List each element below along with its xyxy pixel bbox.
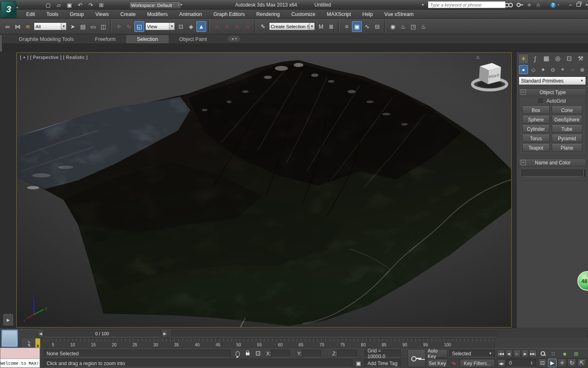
menu-item[interactable]: Modifiers <box>141 11 174 17</box>
select-object-icon[interactable]: ➤ <box>68 21 78 32</box>
zoom-icon[interactable] <box>539 350 547 358</box>
restore-button[interactable] <box>575 2 582 8</box>
category-geometry[interactable]: ● <box>519 65 528 74</box>
percent-snap-icon[interactable]: ∩ <box>232 21 242 32</box>
undo-icon[interactable]: ↶ <box>76 1 84 9</box>
align-icon[interactable]: ≣ <box>326 21 336 32</box>
category-lights[interactable]: ✦ <box>539 65 548 74</box>
category-cameras[interactable]: ⊙ <box>548 65 557 74</box>
category-helpers[interactable]: ⌖ <box>558 65 567 74</box>
graphite-ribbon-toggle-icon[interactable]: ▣ <box>352 21 362 32</box>
viewcube-home-icon[interactable]: ⌂ <box>476 54 479 60</box>
close-button[interactable]: × <box>583 2 588 8</box>
select-by-name-icon[interactable]: ▤ <box>78 21 88 32</box>
time-configuration-icon[interactable]: ⊡ <box>538 359 547 367</box>
key-mode-toggle[interactable]: ◀▶ <box>497 359 506 368</box>
select-and-link-icon[interactable]: ∞ <box>2 21 12 32</box>
play-stop-button[interactable]: ▷ <box>513 350 521 358</box>
render-setup-icon[interactable]: ♨ <box>398 21 408 32</box>
object-type-button[interactable]: Pyramid <box>552 135 582 142</box>
subcategory-dropdown[interactable]: Standard Primitives▼ <box>519 76 586 85</box>
mirror-icon[interactable]: M <box>316 21 326 32</box>
absolute-mode-transform-icon[interactable]: ⊡ <box>254 349 262 357</box>
track-bar-ruler[interactable]: 5101520253035404550556065707580859095100 <box>39 338 495 348</box>
ribbon-grip[interactable] <box>0 35 2 52</box>
selection-lock-icon[interactable] <box>244 349 251 357</box>
schematic-view-icon[interactable]: ⊟ <box>372 21 382 32</box>
object-type-button[interactable]: Cone <box>552 106 582 114</box>
project-folder-icon[interactable]: ⊞ <box>97 1 105 9</box>
isolate-selection-icon[interactable]: ▣ <box>354 359 363 367</box>
z-coordinate-field[interactable] <box>337 350 357 357</box>
save-file-icon[interactable]: ▣ <box>65 1 74 9</box>
selection-filter-dropdown[interactable]: All▼ <box>34 22 67 30</box>
curve-editor-icon[interactable]: ∿ <box>362 21 372 32</box>
rendered-frame-window-icon[interactable]: ◳ <box>408 21 418 32</box>
named-selection-set-combo[interactable]: Create Selection Set▼ <box>269 22 315 30</box>
previous-frame-arrow[interactable]: ◀ <box>38 330 44 337</box>
object-color-swatch[interactable] <box>584 169 585 177</box>
favorites-star-icon[interactable]: ☆ <box>534 2 542 8</box>
object-type-button[interactable]: Tube <box>552 125 582 133</box>
tab-object-paint[interactable]: Object Paint <box>169 35 218 43</box>
snaps-toggle-icon[interactable]: ∩ <box>212 21 222 32</box>
object-name-field[interactable] <box>521 170 583 177</box>
search-icon[interactable] <box>505 2 513 8</box>
orbit-view-icon[interactable]: ↻ <box>568 359 576 367</box>
tab-create[interactable]: ☀ <box>518 54 529 63</box>
maxscript-mini-listener[interactable]: Welcome to MAX! <box>0 348 40 368</box>
menu-item[interactable]: Views <box>89 11 114 17</box>
object-type-button[interactable]: Box <box>522 106 550 114</box>
frame-spinner[interactable]: ▲▼ <box>530 361 533 365</box>
x-coordinate-field[interactable] <box>271 350 290 357</box>
material-editor-icon[interactable]: ◉ <box>388 21 398 32</box>
workspace-dropdown[interactable]: Workspace: Default ▾ <box>129 1 181 9</box>
menu-item[interactable]: Vue xStream <box>379 11 419 17</box>
menu-item[interactable]: MAXScript <box>321 11 356 17</box>
help-caret-icon[interactable]: ▾ <box>557 2 561 8</box>
key-filter-dropdown[interactable]: Selected▼ <box>449 350 495 357</box>
add-time-tag-field[interactable]: Add Time Tag <box>365 359 401 367</box>
search-collapse-icon[interactable]: ▸ <box>422 2 424 7</box>
object-type-button[interactable]: Sphere <box>522 116 550 123</box>
app-logo-icon[interactable]: 3 <box>1 1 16 18</box>
default-tangent-icon[interactable]: ∿ <box>449 359 458 367</box>
key-filters-button[interactable]: Key Filters... <box>460 359 495 368</box>
object-type-button[interactable]: Torus <box>522 135 550 142</box>
tab-freeform[interactable]: Freeform <box>85 35 127 43</box>
search-input[interactable] <box>428 1 506 8</box>
new-file-icon[interactable]: ▢ <box>44 1 52 9</box>
spinner-snap-icon[interactable]: ∩ <box>243 21 252 32</box>
left-panel-arrow-button[interactable]: ▶ <box>3 314 13 325</box>
object-type-button[interactable]: Cylinder <box>522 125 550 133</box>
tab-selection[interactable]: Selection <box>126 35 168 43</box>
prompt-bulb-icon[interactable] <box>234 350 241 357</box>
current-frame-field[interactable]: 0 ▲▼ <box>506 359 536 367</box>
select-and-rotate-icon[interactable]: ↻ <box>124 21 134 32</box>
use-pivot-center-icon[interactable]: ⊡ <box>176 21 186 32</box>
menu-item[interactable]: Tools <box>41 11 64 17</box>
pan-view-icon[interactable]: ✛ <box>558 359 566 367</box>
object-type-button[interactable]: Plane <box>552 144 582 152</box>
menu-item[interactable]: Help <box>356 11 379 17</box>
time-slider-groove[interactable] <box>172 330 496 337</box>
open-mini-curve-editor-button[interactable]: ∿⇅ <box>22 339 36 348</box>
set-key-button[interactable]: Set Key <box>427 359 448 368</box>
next-frame-arrow[interactable]: ▶ <box>162 330 168 337</box>
menu-item[interactable]: Customize <box>285 11 321 17</box>
menu-item[interactable]: Animation <box>174 11 208 17</box>
select-and-manipulate-icon[interactable]: ◈ <box>186 21 196 32</box>
autogrid-checkbox[interactable] <box>539 99 544 104</box>
tab-graphite-modeling-tools[interactable]: Graphite Modeling Tools <box>8 35 85 43</box>
viewport-label[interactable]: [ + ] [ Perspective ] [ Realistic ] <box>20 55 88 60</box>
help-icon[interactable]: ? <box>549 2 557 8</box>
maximize-viewport-toggle-icon[interactable]: ⇱ <box>577 359 586 367</box>
play-animation-button[interactable]: ▶ <box>548 359 557 367</box>
angle-snap-icon[interactable]: ∩ <box>222 21 232 32</box>
category-systems[interactable]: ⊛ <box>578 65 587 74</box>
viewport-layout-button[interactable] <box>1 330 18 347</box>
y-coordinate-field[interactable] <box>302 350 321 357</box>
subscription-key-icon[interactable] <box>514 2 523 8</box>
app-menu-caret-icon[interactable]: ▾ <box>16 6 18 9</box>
object-type-button[interactable]: GeoSphere <box>552 116 582 123</box>
